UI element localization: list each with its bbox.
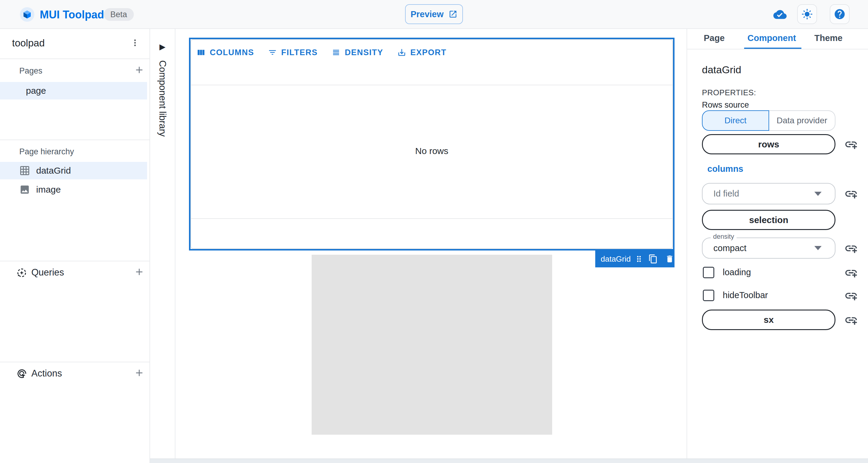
explorer-sidebar: toolpad Pages page Page hierarchy dataGr… bbox=[0, 29, 150, 463]
add-binding-icon[interactable] bbox=[844, 187, 858, 201]
hide-toolbar-label: hideToolbar bbox=[723, 290, 768, 300]
component-library-label[interactable]: Component library bbox=[157, 60, 168, 136]
rows-source-direct-option[interactable]: Direct bbox=[702, 110, 769, 131]
filters-button-label: FILTERS bbox=[281, 48, 318, 57]
help-icon bbox=[834, 8, 846, 20]
open-in-new-icon bbox=[448, 10, 458, 19]
density-field-label: density bbox=[711, 233, 737, 241]
datagrid-footer-divider bbox=[191, 218, 673, 219]
chevron-down-icon bbox=[814, 192, 822, 196]
sidebar-item-page[interactable]: page bbox=[0, 82, 147, 99]
app-header: MUI Toolpad Beta Preview bbox=[0, 0, 868, 29]
columns-button-label: COLUMNS bbox=[210, 48, 254, 57]
project-title: toolpad bbox=[12, 37, 44, 49]
pages-section-label: Pages bbox=[19, 66, 42, 76]
rows-source-label: Rows source bbox=[702, 100, 749, 110]
queries-section-label: Queries bbox=[31, 267, 64, 278]
copy-icon[interactable] bbox=[648, 254, 658, 264]
selection-property-button[interactable]: selection bbox=[702, 210, 835, 230]
density-select[interactable]: compact bbox=[702, 238, 835, 259]
theme-toggle-button[interactable] bbox=[797, 4, 817, 24]
data-grid-icon bbox=[19, 165, 30, 176]
rows-source-toggle: Direct Data provider bbox=[702, 110, 835, 131]
expand-arrow-icon[interactable]: ▶ bbox=[150, 42, 175, 52]
inspector-panel: Page Component Theme dataGrid PROPERTIES… bbox=[687, 29, 868, 463]
image-icon bbox=[19, 184, 30, 195]
datagrid-item-label: dataGrid bbox=[36, 165, 71, 176]
add-binding-icon[interactable] bbox=[844, 313, 858, 327]
hierarchy-item-datagrid[interactable]: dataGrid bbox=[0, 162, 147, 179]
density-value: compact bbox=[713, 243, 747, 253]
actions-section-label: Actions bbox=[31, 368, 62, 379]
component-library-strip: ▶ Component library bbox=[150, 29, 176, 463]
mui-toolpad-app: MUI Toolpad Beta Preview toolpad bbox=[0, 0, 868, 463]
divider bbox=[0, 362, 150, 362]
horizontal-scrollbar-track[interactable] bbox=[150, 459, 868, 463]
plus-icon bbox=[134, 267, 145, 277]
rows-source-data-provider-option[interactable]: Data provider bbox=[769, 110, 836, 131]
download-icon bbox=[397, 48, 406, 57]
kebab-menu-icon bbox=[130, 38, 140, 48]
mui-logo-icon[interactable] bbox=[20, 7, 34, 22]
add-binding-icon[interactable] bbox=[844, 137, 858, 152]
density-button[interactable]: DENSITY bbox=[332, 48, 383, 57]
plus-icon bbox=[134, 64, 145, 75]
divider bbox=[0, 140, 150, 140]
id-field-placeholder: Id field bbox=[713, 189, 739, 198]
tab-component[interactable]: Component bbox=[747, 33, 796, 43]
add-page-button[interactable] bbox=[132, 63, 147, 77]
filter-list-icon bbox=[268, 48, 277, 57]
loading-label: loading bbox=[723, 267, 751, 277]
tab-page[interactable]: Page bbox=[704, 33, 724, 43]
drag-handle-icon[interactable] bbox=[634, 254, 644, 264]
preview-button-label: Preview bbox=[410, 9, 444, 19]
rows-property-button[interactable]: rows bbox=[702, 134, 835, 154]
datagrid-component-selected[interactable]: COLUMNS FILTERS DENSITY bbox=[189, 38, 675, 250]
help-button[interactable] bbox=[830, 4, 849, 24]
selection-toolbar: dataGrid bbox=[595, 250, 675, 267]
selected-component-name: dataGrid bbox=[702, 64, 741, 76]
auto-mode-icon bbox=[16, 267, 27, 278]
trash-icon[interactable] bbox=[665, 254, 674, 264]
datagrid-toolbar: COLUMNS FILTERS DENSITY bbox=[196, 47, 447, 59]
add-binding-icon[interactable] bbox=[844, 266, 858, 280]
columns-button[interactable]: COLUMNS bbox=[196, 48, 254, 57]
datagrid-header-divider bbox=[191, 85, 673, 85]
datagrid-root: COLUMNS FILTERS DENSITY bbox=[190, 39, 673, 249]
project-menu-button[interactable] bbox=[128, 36, 142, 50]
app-title: MUI Toolpad bbox=[40, 8, 104, 21]
image-component-placeholder[interactable] bbox=[312, 255, 552, 435]
sx-property-button[interactable]: sx bbox=[702, 310, 835, 330]
tab-theme[interactable]: Theme bbox=[814, 33, 842, 43]
divider bbox=[0, 261, 150, 261]
page-canvas: COLUMNS FILTERS DENSITY bbox=[176, 29, 687, 463]
id-field-select[interactable]: Id field bbox=[702, 183, 835, 204]
hierarchy-section-label: Page hierarchy bbox=[19, 147, 74, 156]
datagrid-empty-message: No rows bbox=[191, 146, 673, 156]
add-query-button[interactable] bbox=[132, 265, 147, 279]
add-binding-icon[interactable] bbox=[844, 241, 858, 256]
columns-property-link[interactable]: columns bbox=[707, 164, 743, 174]
divider bbox=[0, 59, 150, 59]
preview-button[interactable]: Preview bbox=[405, 4, 463, 24]
hierarchy-item-image[interactable]: image bbox=[0, 181, 147, 198]
add-action-button[interactable] bbox=[132, 366, 147, 380]
chevron-down-icon bbox=[814, 246, 822, 250]
export-button-label: EXPORT bbox=[410, 48, 447, 57]
light-mode-icon bbox=[801, 8, 813, 20]
export-button[interactable]: EXPORT bbox=[397, 48, 447, 57]
add-binding-icon[interactable] bbox=[844, 288, 858, 303]
selection-chip-label: dataGrid bbox=[601, 254, 631, 264]
properties-label: PROPERTIES: bbox=[702, 88, 756, 97]
page-item-label: page bbox=[26, 86, 46, 96]
filters-button[interactable]: FILTERS bbox=[268, 48, 318, 57]
density-lines-icon bbox=[332, 48, 341, 57]
image-item-label: image bbox=[36, 184, 61, 195]
loading-checkbox[interactable] bbox=[703, 267, 714, 278]
cloud-done-icon bbox=[773, 8, 787, 21]
hide-toolbar-checkbox[interactable] bbox=[703, 290, 714, 301]
beta-badge: Beta bbox=[104, 8, 134, 21]
density-button-label: DENSITY bbox=[345, 48, 383, 57]
plus-icon bbox=[134, 367, 145, 378]
ads-click-icon bbox=[16, 368, 27, 379]
